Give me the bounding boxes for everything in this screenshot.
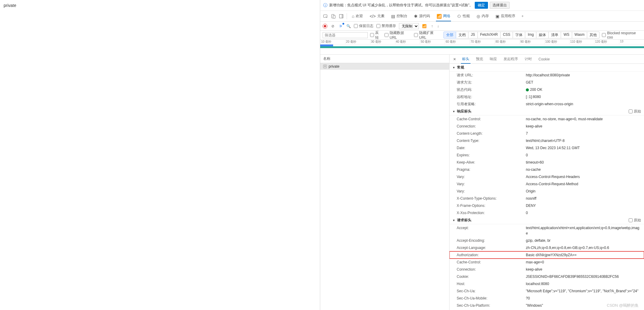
console-icon: ▤	[391, 14, 395, 19]
request-header-row: Sec-Ch-Ua-Platform:"Windows"	[449, 302, 644, 309]
raw-toggle-response[interactable]: 原始	[629, 109, 641, 114]
request-header-row: Cache-Control:max-age=0	[449, 259, 644, 266]
search-icon[interactable]: 🔍	[346, 24, 351, 29]
request-header-row: Connection:keep-alive	[449, 266, 644, 273]
timeline-tick: 13	[619, 40, 644, 44]
headers-pane[interactable]: ▼常规 请求 URL:http://localhost:8080/private…	[449, 64, 644, 310]
section-response-headers[interactable]: ▼响应标头 原始	[449, 108, 644, 115]
detail-tab-initiator[interactable]: 发起程序	[501, 55, 521, 63]
hide-data-url-checkbox[interactable]: 隐藏数据 URL	[385, 31, 412, 40]
timeline-bar-overview	[320, 46, 644, 48]
section-response-label: 响应标头	[457, 109, 471, 114]
filter-toggle-icon[interactable]: ⚞	[338, 24, 343, 29]
detail-tab-preview[interactable]: 预览	[473, 55, 486, 63]
request-header-row: Host:localhost:8080	[449, 280, 644, 287]
detail-tab-response[interactable]: 响应	[487, 55, 500, 63]
tab-application-label: 应用程序	[501, 14, 515, 19]
detail-tab-headers[interactable]: 标头	[459, 55, 472, 63]
filter-chip-字体[interactable]: 字体	[513, 32, 525, 38]
page-body-text: private	[4, 3, 16, 8]
request-header-row: Cookie:JSESSIONID=BF66CAFDB39F865532C609…	[449, 273, 644, 280]
timeline-tick: 80 毫秒	[495, 40, 520, 44]
tab-network[interactable]: 📶网络	[434, 11, 453, 21]
filter-chip-文档[interactable]: 文档	[456, 32, 468, 38]
filter-chip-CSS[interactable]: CSS	[501, 32, 513, 38]
hide-ext-url-checkbox[interactable]: 隐藏扩展 URL	[414, 31, 441, 40]
section-general[interactable]: ▼常规	[449, 64, 644, 72]
timeline-tick: 110 毫秒	[569, 40, 594, 44]
filter-chip-清单[interactable]: 清单	[549, 32, 561, 38]
memory-icon: ◎	[477, 14, 480, 19]
triangle-down-icon: ▼	[452, 66, 455, 69]
filter-chip-Wasm[interactable]: Wasm	[572, 32, 587, 38]
filter-chip-JS[interactable]: JS	[468, 32, 478, 38]
add-tab-icon[interactable]: ＋	[519, 13, 526, 20]
timeline-tick: 60 毫秒	[445, 40, 470, 44]
network-timeline[interactable]: 10 毫秒20 毫秒30 毫秒40 毫秒50 毫秒60 毫秒70 毫秒80 毫秒…	[320, 40, 644, 55]
divider	[347, 13, 347, 19]
timeline-tick: 50 毫秒	[420, 40, 445, 44]
blocked-cookies-checkbox[interactable]: Blocked response coo	[602, 31, 642, 39]
response-header-row: Connection:keep-alive	[449, 123, 644, 130]
network-icon: 📶	[437, 14, 442, 19]
clear-icon[interactable]: ⊘	[330, 24, 335, 29]
infobar-ok-button[interactable]: 确定	[475, 2, 488, 9]
tab-elements-label: 元素	[377, 14, 385, 19]
record-button[interactable]	[323, 24, 327, 29]
inspect-icon[interactable]	[322, 13, 329, 20]
filter-chip-媒体[interactable]: 媒体	[536, 32, 549, 38]
detail-tab-timing[interactable]: 计时	[522, 55, 535, 63]
tab-application[interactable]: ▣应用程序	[492, 11, 518, 21]
tab-console[interactable]: ▤控制台	[388, 11, 410, 21]
invert-checkbox[interactable]: 反转	[370, 31, 382, 40]
tab-welcome[interactable]: ⌂欢迎	[349, 11, 366, 21]
filter-chip-全部[interactable]: 全部	[443, 32, 456, 38]
raw-toggle-request[interactable]: 原始	[629, 218, 641, 223]
request-row-private[interactable]: private	[320, 63, 449, 70]
elements-icon: </>	[370, 14, 376, 19]
section-request-headers[interactable]: ▼请求标头 原始	[449, 216, 644, 224]
filter-chip-Img[interactable]: Img	[525, 32, 536, 38]
timeline-tick: 70 毫秒	[470, 40, 495, 44]
wifi-icon[interactable]: 📶	[422, 24, 427, 29]
general-status: 状态代码:200 OK	[449, 86, 644, 93]
response-header-row: Vary:Origin	[449, 188, 644, 195]
network-toolbar: ⊘ ⚞ 🔍 保留日志 禁用缓存 无限制 📶 ↑ ↓	[320, 22, 644, 31]
filter-chip-Fetch/XHR[interactable]: Fetch/XHR	[478, 32, 501, 38]
tab-memory-label: 内存	[482, 14, 489, 19]
tab-memory[interactable]: ◎内存	[474, 11, 492, 21]
filter-chip-其他[interactable]: 其他	[587, 32, 600, 38]
device-toggle-icon[interactable]	[330, 13, 337, 20]
filter-chip-WS[interactable]: WS	[561, 32, 572, 38]
infobar-optout-button[interactable]: 选择退出	[490, 2, 510, 9]
tab-network-label: 网络	[443, 14, 450, 19]
network-filterbar: 反转 隐藏数据 URL 隐藏扩展 URL 全部文档JSFetch/XHRCSS字…	[320, 31, 644, 40]
tab-welcome-label: 欢迎	[356, 14, 363, 19]
invert-label: 反转	[375, 31, 382, 40]
request-header-row: Accept-Encoding:gzip, deflate, br	[449, 237, 644, 244]
request-list-header[interactable]: 名称	[320, 55, 449, 63]
response-header-row: Pragma:no-cache	[449, 166, 644, 173]
filter-input[interactable]	[323, 32, 368, 38]
tab-elements[interactable]: </>元素	[366, 11, 387, 21]
devtools-tabbar: ⌂欢迎 </>元素 ▤控制台 ✱源代码 📶网络 ⏲性能 ◎内存 ▣应用程序 ＋	[320, 11, 644, 22]
sources-icon: ✱	[414, 14, 418, 19]
upload-icon[interactable]: ↑	[430, 24, 434, 29]
request-header-row: Accept-Language:zh-CN,zh;q=0.9,en;q=0.8,…	[449, 244, 644, 251]
disable-cache-checkbox[interactable]: 禁用缓存	[376, 23, 396, 29]
section-request-label: 请求标头	[457, 218, 471, 223]
throttle-select[interactable]: 无限制	[399, 23, 419, 29]
response-header-row: Vary:Access-Control-Request-Headers	[449, 173, 644, 180]
tab-sources[interactable]: ✱源代码	[411, 11, 433, 21]
devtools-panel: ⓘ 新增功能：焦点模式 UI 可减少杂乱，以帮助你专注于调试。你可以选择退出"设…	[320, 0, 644, 310]
request-list: 名称 private	[320, 55, 449, 310]
response-header-row: Expires:0	[449, 152, 644, 159]
preserve-log-checkbox[interactable]: 保留日志	[354, 23, 373, 29]
response-header-row: Content-Type:text/html;charset=UTF-8	[449, 137, 644, 144]
dock-icon[interactable]	[338, 13, 345, 20]
detail-tab-cookies[interactable]: Cookie	[535, 55, 553, 63]
download-icon[interactable]: ↓	[436, 24, 440, 29]
type-filter-chips: 全部文档JSFetch/XHRCSS字体Img媒体清单WSWasm其他	[443, 32, 600, 38]
close-detail-icon[interactable]: ✕	[451, 56, 458, 63]
tab-performance[interactable]: ⏲性能	[454, 11, 473, 21]
